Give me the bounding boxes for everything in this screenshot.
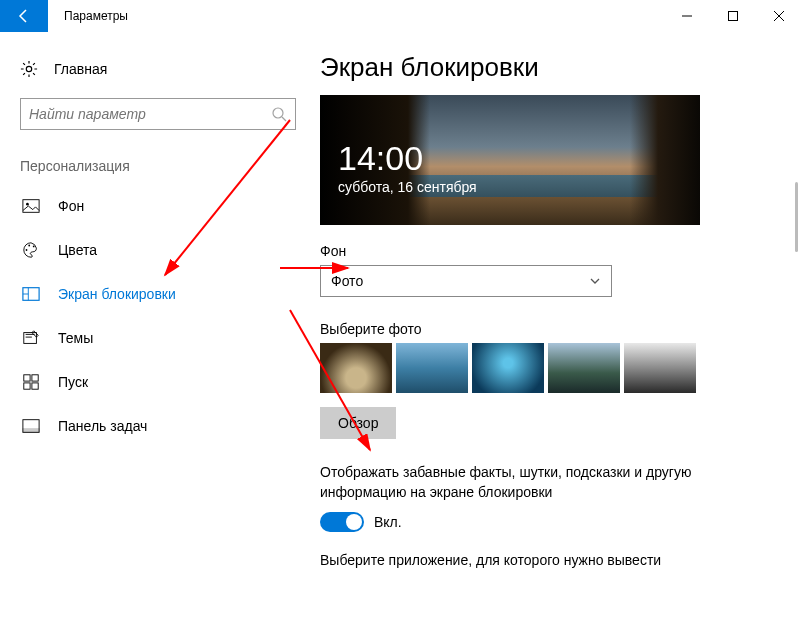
svg-rect-18 [32, 383, 38, 389]
nav-label: Экран блокировки [58, 286, 176, 302]
svg-point-2 [26, 66, 31, 71]
titlebar: Параметры [0, 0, 802, 32]
themes-icon [22, 329, 40, 347]
svg-point-3 [273, 108, 283, 118]
section-label: Персонализация [20, 158, 300, 174]
svg-rect-16 [32, 375, 38, 381]
photo-thumb[interactable] [396, 343, 468, 393]
nav-item-background[interactable]: Фон [20, 184, 300, 228]
choose-photo-label: Выберите фото [320, 321, 772, 337]
minimize-icon [682, 11, 692, 21]
photo-thumb[interactable] [548, 343, 620, 393]
close-button[interactable] [756, 0, 802, 32]
lockscreen-preview: 14:00 суббота, 16 сентября [320, 95, 700, 225]
minimize-button[interactable] [664, 0, 710, 32]
background-dropdown[interactable]: Фото [320, 265, 612, 297]
nav-item-colors[interactable]: Цвета [20, 228, 300, 272]
lockscreen-icon [22, 285, 40, 303]
taskbar-icon [22, 417, 40, 435]
svg-rect-5 [23, 200, 39, 213]
back-button[interactable] [0, 0, 48, 32]
home-label: Главная [54, 61, 107, 77]
photo-thumb[interactable] [320, 343, 392, 393]
sidebar: Главная Персонализация Фон Цвета Экран б… [0, 32, 320, 635]
nav-label: Темы [58, 330, 93, 346]
photo-thumbnails [320, 343, 772, 393]
browse-button[interactable]: Обзор [320, 407, 396, 439]
toggle-label: Вкл. [374, 514, 402, 530]
svg-point-9 [33, 246, 35, 248]
dropdown-value: Фото [331, 273, 363, 289]
svg-rect-15 [24, 375, 30, 381]
gear-icon [20, 60, 38, 78]
svg-rect-20 [23, 429, 39, 433]
content: Экран блокировки 14:00 суббота, 16 сентя… [320, 32, 802, 635]
nav-label: Пуск [58, 374, 88, 390]
svg-point-6 [26, 203, 29, 206]
scrollbar[interactable] [795, 182, 798, 252]
photo-thumb[interactable] [624, 343, 696, 393]
maximize-button[interactable] [710, 0, 756, 32]
truncated-text: Выберите приложение, для которого нужно … [320, 552, 772, 568]
svg-rect-17 [24, 383, 30, 389]
svg-point-7 [26, 249, 28, 251]
preview-date: суббота, 16 сентября [338, 179, 477, 195]
palette-icon [22, 241, 40, 259]
photo-thumb[interactable] [472, 343, 544, 393]
maximize-icon [728, 11, 738, 21]
background-label: Фон [320, 243, 772, 259]
tips-description: Отображать забавные факты, шутки, подска… [320, 463, 720, 502]
nav-item-lockscreen[interactable]: Экран блокировки [20, 272, 300, 316]
page-heading: Экран блокировки [320, 52, 772, 83]
search-input-wrapper[interactable] [20, 98, 296, 130]
nav-label: Цвета [58, 242, 97, 258]
search-icon [271, 106, 287, 122]
svg-point-8 [28, 245, 30, 247]
preview-time: 14:00 [338, 139, 423, 178]
chevron-down-icon [589, 275, 601, 287]
nav-item-start[interactable]: Пуск [20, 360, 300, 404]
start-icon [22, 373, 40, 391]
picture-icon [22, 197, 40, 215]
nav-label: Фон [58, 198, 84, 214]
close-icon [774, 11, 784, 21]
window-title: Параметры [48, 0, 128, 32]
nav-item-themes[interactable]: Темы [20, 316, 300, 360]
tips-toggle[interactable] [320, 512, 364, 532]
arrow-left-icon [16, 8, 32, 24]
nav-item-taskbar[interactable]: Панель задач [20, 404, 300, 448]
home-button[interactable]: Главная [20, 52, 300, 98]
titlebar-spacer [128, 0, 664, 32]
nav-label: Панель задач [58, 418, 147, 434]
search-input[interactable] [29, 106, 271, 122]
svg-line-4 [282, 117, 286, 121]
svg-rect-1 [729, 12, 738, 21]
